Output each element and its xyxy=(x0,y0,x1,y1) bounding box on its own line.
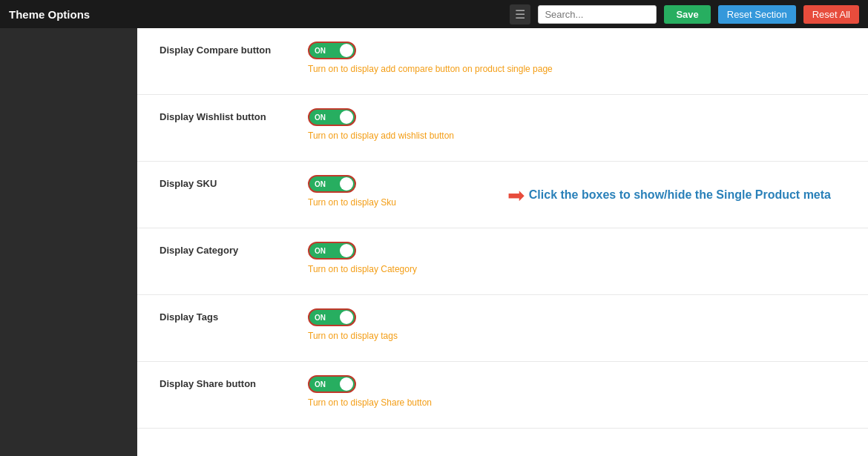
option-row-wishlist: Display Wishlist buttonONTurn on to disp… xyxy=(137,95,868,162)
reset-all-button[interactable]: Reset All xyxy=(803,5,859,24)
option-row-tags: Display TagsONTurn on to display tags xyxy=(137,295,868,362)
option-control-share: ONTurn on to display Share button xyxy=(308,375,432,408)
toggle-tags[interactable]: ON xyxy=(308,308,356,326)
option-label-share: Display Share button xyxy=(160,375,308,389)
toggle-knob-wishlist xyxy=(340,110,353,124)
toggle-compare[interactable]: ON xyxy=(308,42,356,59)
option-hint-share: Turn on to display Share button xyxy=(308,397,432,408)
option-control-tags: ONTurn on to display tags xyxy=(308,308,398,341)
option-control-category: ONTurn on to display Category xyxy=(308,242,417,274)
toggle-knob-compare xyxy=(340,44,353,57)
app-title: Theme Options xyxy=(9,8,502,21)
toggle-label-share: ON xyxy=(315,380,326,389)
toggle-category[interactable]: ON xyxy=(308,242,356,260)
option-label-wishlist: Display Wishlist button xyxy=(160,108,308,122)
toggle-label-tags: ON xyxy=(315,314,326,322)
annotation-arrow-label: ➡Click the boxes to show/hide the Single… xyxy=(507,182,831,207)
toggle-knob-category xyxy=(340,244,353,257)
option-row-sku: Display SKUONTurn on to display Sku➡Clic… xyxy=(137,162,868,228)
option-control-wishlist: ONTurn on to display add wishlist button xyxy=(308,108,454,141)
option-label-tags: Display Tags xyxy=(160,308,308,323)
header: Theme Options ☰ Save Reset Section Reset… xyxy=(0,0,868,28)
option-label-compare: Display Compare button xyxy=(160,42,308,56)
toggle-label-compare: ON xyxy=(315,47,326,55)
option-control-sku: ONTurn on to display Sku xyxy=(308,175,396,208)
option-hint-compare: Turn on to display add compare button on… xyxy=(308,64,553,74)
search-input[interactable] xyxy=(538,5,657,24)
option-control-compare: ONTurn on to display add compare button … xyxy=(308,42,553,74)
reset-section-button[interactable]: Reset Section xyxy=(718,5,796,24)
toggle-wishlist[interactable]: ON xyxy=(308,108,356,126)
option-hint-tags: Turn on to display tags xyxy=(308,331,398,341)
option-hint-sku: Turn on to display Sku xyxy=(308,197,396,208)
sidebar xyxy=(0,28,137,456)
toggle-knob-share xyxy=(340,377,353,391)
toggle-label-wishlist: ON xyxy=(315,113,326,122)
option-row-compare: Display Compare buttonONTurn on to displ… xyxy=(137,28,868,95)
main-layout: Display Compare buttonONTurn on to displ… xyxy=(0,28,868,456)
option-row-share: Display Share buttonONTurn on to display… xyxy=(137,362,868,429)
toggle-label-sku: ON xyxy=(315,180,326,188)
toggle-knob-sku xyxy=(340,177,353,191)
content-area: Display Compare buttonONTurn on to displ… xyxy=(137,28,868,456)
annotation-text: Click the boxes to show/hide the Single … xyxy=(529,188,831,202)
list-icon-button[interactable]: ☰ xyxy=(510,4,530,24)
toggle-knob-tags xyxy=(340,311,353,324)
toggle-sku[interactable]: ON xyxy=(308,175,356,193)
save-button[interactable]: Save xyxy=(664,5,710,24)
option-label-sku: Display SKU xyxy=(160,175,308,189)
option-label-category: Display Category xyxy=(160,242,308,256)
option-hint-category: Turn on to display Category xyxy=(308,264,417,274)
option-hint-wishlist: Turn on to display add wishlist button xyxy=(308,130,454,141)
toggle-share[interactable]: ON xyxy=(308,375,356,393)
toggle-label-category: ON xyxy=(315,247,326,255)
arrow-icon: ➡ xyxy=(507,182,525,207)
option-row-category: Display CategoryONTurn on to display Cat… xyxy=(137,228,868,295)
